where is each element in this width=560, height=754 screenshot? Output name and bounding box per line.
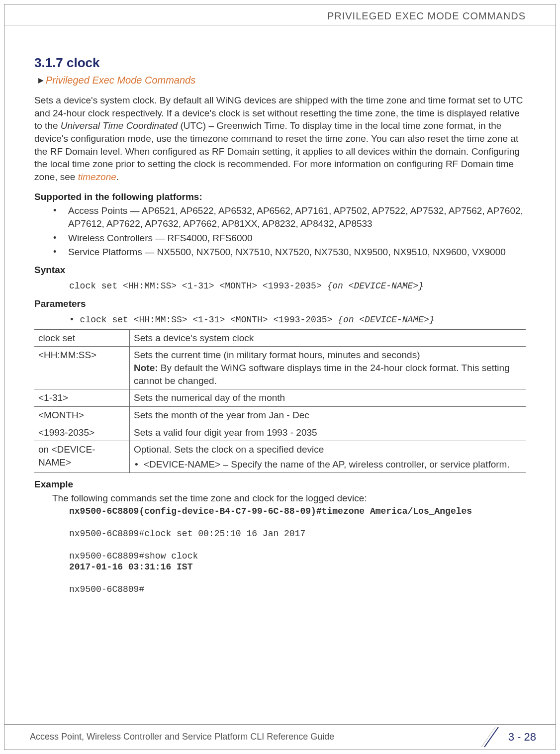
param-desc-note: Note: By default the WiNG software displ… [134,362,522,387]
supported-list: Access Points — AP6521, AP6522, AP6532, … [34,204,526,259]
parameters-heading: Parameters [34,297,526,310]
intro-paragraph: Sets a device's system clock. By default… [34,94,526,183]
footer-right: 3 - 28 [481,726,536,748]
table-row: clock set Sets a device's system clock [34,329,526,347]
header-breadcrumb: PRIVILEGED EXEC MODE COMMANDS [327,10,526,21]
table-row: <MONTH> Sets the month of the year from … [34,406,526,424]
breadcrumb-link[interactable]: Privileged Exec Mode Commands [46,74,195,87]
table-row: on <DEVICE-NAME> Optional. Sets the cloc… [34,441,526,473]
footer-page-number: 3 - 28 [508,730,536,745]
note-label: Note: [134,363,158,373]
param-name: <MONTH> [34,406,130,424]
param-name: <HH:MM:SS> [34,347,130,389]
page-content: 3.1.7 clock ▶ Privileged Exec Mode Comma… [4,25,556,595]
param-desc-line1: Optional. Sets the clock on a specified … [134,443,522,456]
param-name: on <DEVICE-NAME> [34,441,130,473]
timezone-link[interactable]: timezone [78,172,116,182]
page-frame: PRIVILEGED EXEC MODE COMMANDS 3.1.7 cloc… [4,4,556,750]
example-line-5: nx9500-6C8809# [69,584,144,594]
example-intro: The following commands set the time zone… [52,492,526,505]
param-desc: Sets the current time (in military forma… [130,347,526,389]
example-heading: Example [34,478,526,491]
example-line-3: nx9500-6C8809#show clock [69,551,198,561]
list-item: Service Platforms — NX5500, NX7500, NX75… [34,246,526,259]
param-name: clock set [34,329,130,347]
parameters-table: clock set Sets a device's system clock <… [34,329,526,473]
table-row: <1-31> Sets the numerical day of the mon… [34,389,526,407]
page-footer: Access Point, Wireless Controller and Se… [4,724,556,749]
list-item: Access Points — AP6521, AP6522, AP6532, … [34,204,526,230]
breadcrumb: ▶ Privileged Exec Mode Commands [38,74,526,87]
table-row: <HH:MM:SS> Sets the current time (in mil… [34,347,526,389]
param-desc: Sets the month of the year from Jan - De… [130,406,526,424]
note-text: By default the WiNG software displays ti… [134,363,510,386]
table-row: <1993-2035> Sets a valid four digit year… [34,424,526,441]
param-name: <1-31> [34,389,130,407]
param-desc: Sets a valid four digit year from 1993 -… [130,424,526,441]
parameters-bullet-line: clock set <HH:MM:SS> <1-31> <MONTH> <199… [69,313,526,326]
supported-heading: Supported in the following platforms: [34,190,526,203]
svg-line-0 [484,727,498,747]
footer-title: Access Point, Wireless Controller and Se… [30,731,334,743]
intro-italic: Universal Time Coordinated [61,120,178,131]
param-name: <1993-2035> [34,424,130,441]
syntax-italic: {on <DEVICE-NAME>} [327,281,423,291]
example-line-1: nx9500-6C8809(config-device-B4-C7-99-6C-… [69,506,472,516]
param-desc: Optional. Sets the clock on a specified … [130,441,526,473]
param-desc: Sets the numerical day of the month [130,389,526,407]
example-line-4: 2017-01-16 03:31:16 IST [69,562,192,572]
footer-slash-icon [481,726,501,748]
example-block: nx9500-6C8809(config-device-B4-C7-99-6C-… [69,506,526,595]
running-header: PRIVILEGED EXEC MODE COMMANDS [4,4,556,25]
list-item: Wireless Controllers — RFS4000, RFS6000 [34,232,526,245]
syntax-line: clock set <HH:MM:SS> <1-31> <MONTH> <199… [69,279,526,292]
breadcrumb-arrow-icon: ▶ [38,76,44,85]
syntax-plain: clock set <HH:MM:SS> <1-31> <MONTH> <199… [69,281,327,291]
param-desc-line1: Sets the current time (in military forma… [134,349,522,362]
param-desc: Sets a device's system clock [130,329,526,347]
syntax-heading: Syntax [34,264,526,277]
params-bullet-plain: clock set <HH:MM:SS> <1-31> <MONTH> <199… [69,315,338,325]
intro-end: . [116,172,119,182]
section-title: 3.1.7 clock [34,54,526,72]
example-line-2: nx9500-6C8809#clock set 00:25:10 16 Jan … [69,529,305,539]
param-sub-bullet: <DEVICE-NAME> – Specify the name of the … [134,458,522,471]
params-bullet-italic: {on <DEVICE-NAME>} [338,315,434,325]
svg-line-1 [481,727,495,747]
